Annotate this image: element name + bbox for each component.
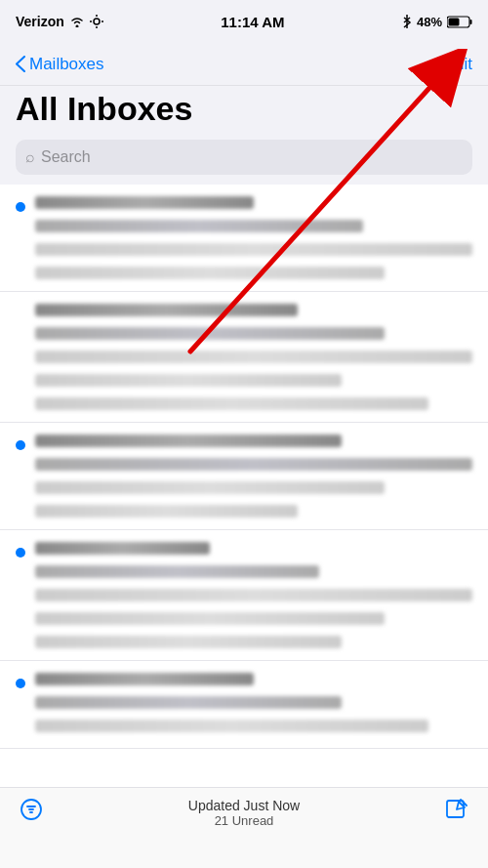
large-title-area: All Inboxes: [0, 86, 488, 136]
updated-label: Updated Just Now: [188, 798, 300, 813]
carrier-text: Verizon: [16, 14, 64, 29]
email-sender-3: [35, 434, 342, 447]
carrier-info: Verizon: [16, 14, 103, 29]
email-content-3: [35, 434, 472, 517]
wifi-icon: [69, 16, 85, 27]
email-preview-4c: [35, 636, 342, 648]
email-subject-4: [35, 565, 319, 578]
email-preview-1b: [35, 267, 385, 279]
page-title: All Inboxes: [16, 90, 472, 128]
email-subject-3: [35, 458, 472, 471]
search-placeholder: Search: [41, 148, 91, 166]
email-preview-2b: [35, 374, 342, 387]
unread-dot-4: [16, 548, 25, 558]
email-sender-1: [35, 196, 254, 209]
search-icon: ⌕: [25, 148, 35, 166]
email-sender-2: [35, 304, 298, 316]
battery-text: 48%: [417, 15, 442, 29]
compose-button[interactable]: [445, 798, 468, 821]
email-subject-5: [35, 696, 342, 709]
edit-button[interactable]: Edit: [444, 55, 472, 74]
email-content-1: [35, 196, 472, 279]
email-preview-1a: [35, 243, 472, 256]
bottom-status: Updated Just Now 21 Unread: [188, 798, 300, 828]
search-container: ⌕ Search: [0, 136, 488, 185]
svg-rect-8: [448, 18, 459, 25]
unread-dot-1: [16, 202, 25, 212]
svg-rect-7: [469, 20, 471, 24]
unread-dot-5: [16, 679, 25, 688]
email-preview-3a: [35, 481, 385, 494]
unread-count: 21 Unread: [215, 813, 274, 828]
email-item-2[interactable]: [0, 292, 488, 423]
battery-icon: [447, 16, 472, 28]
email-preview-4b: [35, 612, 385, 625]
status-time: 11:14 AM: [221, 14, 284, 30]
email-sender-4: [35, 542, 210, 555]
back-button[interactable]: Mailboxes: [16, 55, 104, 74]
search-bar[interactable]: ⌕ Search: [16, 140, 472, 175]
filter-button[interactable]: [20, 798, 43, 821]
no-dot-2: [16, 304, 25, 313]
email-preview-4a: [35, 589, 472, 601]
unread-dot-3: [16, 440, 25, 450]
status-right: 48%: [402, 15, 472, 29]
email-content-2: [35, 304, 472, 410]
email-subject-2: [35, 327, 385, 340]
filter-icon: [20, 798, 43, 821]
email-subject-1: [35, 220, 363, 232]
compose-icon: [445, 798, 468, 821]
email-preview-5a: [35, 720, 428, 732]
email-item-5[interactable]: [0, 661, 488, 749]
email-list: [0, 185, 488, 788]
nav-bar: Mailboxes Edit: [0, 43, 488, 86]
status-bar: Verizon 11:14 AM 48%: [0, 0, 488, 43]
chevron-left-icon: [16, 56, 25, 72]
email-preview-3b: [35, 505, 298, 517]
svg-point-0: [94, 19, 100, 24]
back-label: Mailboxes: [29, 55, 104, 74]
email-item-3[interactable]: [0, 423, 488, 530]
bluetooth-icon: [402, 15, 412, 28]
email-preview-2a: [35, 351, 472, 363]
email-preview-2c: [35, 397, 428, 410]
bottom-bar: Updated Just Now 21 Unread: [0, 787, 488, 868]
brightness-icon: [90, 15, 103, 28]
email-item-4[interactable]: [0, 530, 488, 661]
email-item-1[interactable]: [0, 185, 488, 292]
email-content-4: [35, 542, 472, 648]
email-sender-5: [35, 673, 254, 685]
email-content-5: [35, 673, 472, 732]
